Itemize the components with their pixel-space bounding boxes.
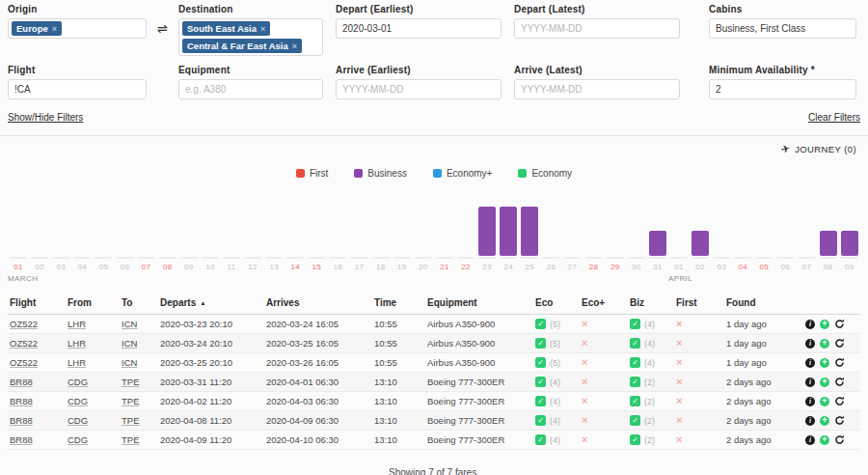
chart-bar[interactable] [500, 207, 517, 256]
chart-day-slot[interactable]: 09 [839, 196, 860, 284]
column-header-arrives[interactable]: Arrives [264, 293, 372, 314]
chart-bar[interactable] [649, 231, 666, 256]
cell-flight: OZ522 [8, 334, 66, 352]
chart-day-slot[interactable]: 24 [498, 196, 519, 284]
plane-icon: ✈ [780, 142, 792, 156]
info-icon[interactable]: i [805, 397, 815, 406]
chart-day-slot[interactable]: 23 [476, 196, 498, 284]
column-header-first[interactable]: First [674, 293, 724, 314]
chart-bar[interactable] [841, 231, 858, 256]
arrive-earliest-input[interactable] [336, 79, 502, 99]
from-airport-link[interactable]: LHR [68, 338, 86, 349]
equipment-input[interactable] [178, 79, 323, 99]
column-header-equipment[interactable]: Equipment [425, 293, 533, 314]
refresh-icon[interactable] [834, 434, 845, 445]
refresh-icon[interactable] [834, 357, 845, 368]
from-airport-link[interactable]: CDG [68, 434, 88, 445]
chart-day-slot[interactable]: 31 [647, 196, 668, 284]
flight-link[interactable]: BR88 [10, 396, 33, 406]
depart-latest-input[interactable] [514, 18, 680, 39]
remove-tag-icon[interactable]: × [260, 24, 265, 34]
to-airport-link[interactable]: TPE [122, 434, 139, 445]
axis-month-label [413, 274, 434, 284]
refresh-icon[interactable] [834, 319, 845, 329]
flight-link[interactable]: OZ522 [10, 319, 38, 329]
add-to-journey-icon[interactable]: + [820, 416, 829, 426]
info-icon[interactable]: i [805, 320, 815, 329]
from-airport-link[interactable]: CDG [68, 415, 88, 426]
add-to-journey-icon[interactable]: + [820, 320, 829, 329]
refresh-icon[interactable] [834, 396, 845, 406]
column-header-flight[interactable]: Flight [8, 293, 66, 314]
available-check-icon: ✓ [630, 319, 640, 329]
column-header-actions[interactable] [800, 299, 860, 309]
column-header-eco[interactable]: Eco [533, 293, 580, 314]
chart-bar[interactable] [521, 207, 538, 256]
column-header-ecoplus[interactable]: Eco+ [580, 293, 628, 314]
to-airport-link[interactable]: TPE [122, 396, 139, 406]
info-icon[interactable]: i [805, 377, 815, 387]
destination-input[interactable]: South East Asia × Central & Far East Asi… [178, 18, 323, 56]
refresh-icon[interactable] [834, 338, 845, 349]
add-to-journey-icon[interactable]: + [820, 339, 829, 349]
flight-link[interactable]: OZ522 [10, 338, 38, 349]
column-header-biz[interactable]: Biz [628, 293, 674, 314]
journey-toggle[interactable]: ✈ JOURNEY (0) [0, 136, 868, 155]
axis-date-label: 03 [711, 263, 732, 271]
from-airport-link[interactable]: CDG [68, 396, 88, 406]
available-check-icon: ✓ [630, 415, 640, 426]
arrive-latest-input[interactable] [514, 79, 680, 99]
show-hide-filters-link[interactable]: Show/Hide Filters [8, 112, 83, 123]
add-to-journey-icon[interactable]: + [820, 397, 829, 406]
legend-item[interactable]: Economy [518, 168, 572, 179]
min-availability-input[interactable] [709, 79, 856, 99]
chart-day-slot[interactable]: 08 [818, 196, 839, 284]
info-icon[interactable]: i [805, 416, 815, 426]
column-header-time[interactable]: Time [372, 293, 425, 314]
chart-day-slot[interactable]: 02 [690, 196, 711, 284]
legend-item[interactable]: Economy+ [433, 168, 493, 179]
column-header-from[interactable]: From [66, 293, 120, 314]
from-airport-link[interactable]: CDG [68, 377, 88, 387]
flight-link[interactable]: BR88 [10, 434, 33, 445]
chart-day-slot: 03 [50, 196, 71, 284]
column-header-departs[interactable]: Departs▲ [158, 293, 264, 314]
to-airport-link[interactable]: ICN [122, 357, 137, 368]
remove-tag-icon[interactable]: × [52, 24, 57, 34]
info-icon[interactable]: i [805, 358, 815, 368]
chart-bar[interactable] [692, 231, 709, 256]
add-to-journey-icon[interactable]: + [820, 435, 829, 445]
swap-origin-destination-icon[interactable]: ⇌ [157, 22, 168, 35]
add-to-journey-icon[interactable]: + [820, 358, 829, 368]
chart-bar[interactable] [478, 207, 496, 256]
add-to-journey-icon[interactable]: + [820, 377, 829, 387]
flight-link[interactable]: BR88 [10, 377, 33, 387]
to-airport-link[interactable]: ICN [122, 338, 137, 349]
legend-item[interactable]: Business [354, 168, 407, 179]
depart-earliest-input[interactable] [336, 18, 502, 39]
from-airport-link[interactable]: LHR [68, 319, 86, 329]
to-airport-link[interactable]: ICN [122, 319, 137, 329]
cell-from: LHR [66, 315, 120, 333]
flight-link[interactable]: BR88 [10, 415, 33, 426]
column-header-found[interactable]: Found [724, 293, 800, 314]
to-airport-link[interactable]: TPE [122, 377, 139, 387]
clear-filters-link[interactable]: Clear Filters [808, 112, 860, 123]
refresh-icon[interactable] [834, 377, 845, 387]
info-icon[interactable]: i [805, 339, 815, 349]
cabins-input[interactable] [709, 18, 856, 39]
info-icon[interactable]: i [805, 435, 815, 445]
from-airport-link[interactable]: LHR [68, 357, 86, 368]
chart-day-slot[interactable]: 25 [519, 196, 540, 284]
cell-departs: 2020-04-08 11:20 [158, 411, 264, 430]
flight-input[interactable] [8, 79, 147, 99]
flight-link[interactable]: OZ522 [10, 357, 38, 368]
legend-item[interactable]: First [296, 168, 328, 179]
to-airport-link[interactable]: TPE [122, 415, 139, 426]
origin-input[interactable]: Europe × [8, 18, 147, 39]
axis-month-label [306, 274, 327, 284]
column-header-to[interactable]: To [120, 293, 158, 314]
chart-bar[interactable] [820, 231, 837, 256]
refresh-icon[interactable] [834, 415, 845, 426]
remove-tag-icon[interactable]: × [292, 42, 297, 51]
